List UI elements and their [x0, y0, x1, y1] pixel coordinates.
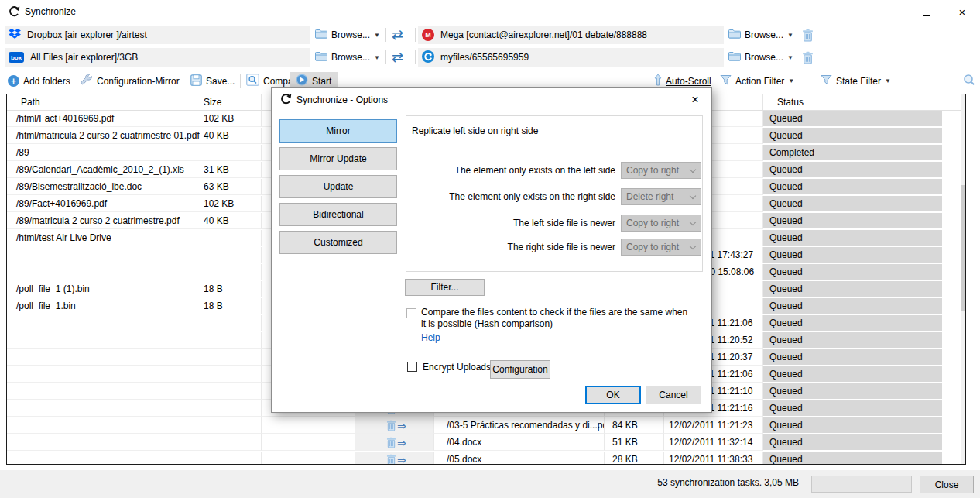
chevron-down-icon	[690, 243, 696, 249]
compare-icon	[246, 74, 259, 88]
table-row[interactable]: ⇒ /05.docx 28 KB 12/02/2011 11:38:33 Que…	[7, 452, 961, 465]
browse-right-button[interactable]: Browse... ▼	[728, 49, 793, 66]
mode-button-customized[interactable]: Customized	[279, 231, 397, 254]
divider	[385, 28, 386, 42]
scroll-down-button[interactable]	[961, 451, 966, 464]
size-cell	[200, 145, 262, 161]
path-cell	[7, 332, 200, 349]
filter-button[interactable]: Filter...	[405, 279, 485, 296]
right-source-field[interactable]: M Mega [contact@airexplorer.net]/01 deba…	[418, 26, 724, 44]
delete-right-action-icon: ⇒	[386, 420, 406, 431]
remove-pair-button[interactable]	[802, 51, 814, 67]
vertical-scrollbar[interactable]	[961, 94, 966, 464]
cancel-button[interactable]: Cancel	[646, 386, 701, 404]
left-source-path: All Files [air explorer]/3GB	[30, 52, 138, 63]
size-cell	[200, 264, 262, 280]
hash-compare-checkbox[interactable]	[406, 308, 416, 318]
table-row[interactable]: ⇒ /03-5 Prácticas recomendadas y di...pd…	[7, 417, 961, 434]
folder-icon	[728, 51, 741, 64]
path-cell	[7, 315, 200, 331]
minimize-button[interactable]	[873, 0, 909, 24]
action-filter-button[interactable]: Action Filter ▼	[720, 71, 794, 91]
right-newer-select[interactable]: Copy to right	[621, 239, 701, 256]
date-left-cell	[262, 434, 355, 451]
mode-button-bidirectional[interactable]: Bidirectional	[279, 203, 397, 226]
left-source-field[interactable]: Dropbox [air explorer ]/airtest	[5, 26, 310, 44]
path-cell: /poll_file_1.bin	[7, 298, 200, 314]
path-cell	[7, 366, 200, 383]
size-cell	[200, 417, 262, 434]
browse-right-button[interactable]: Browse... ▼	[728, 26, 793, 43]
close-button[interactable]: Close	[920, 476, 974, 493]
search-button[interactable]	[963, 71, 975, 91]
swap-direction-icon[interactable]: ⇄	[392, 48, 403, 67]
scrollbar-thumb[interactable]	[961, 185, 966, 311]
hash-compare-label: Compare the files content to check if th…	[421, 307, 694, 330]
sync-app-icon	[8, 5, 20, 18]
chevron-up-icon	[965, 99, 966, 103]
funnel-icon	[720, 74, 732, 88]
maximize-button[interactable]	[909, 0, 944, 24]
column-header-path[interactable]: Path	[7, 94, 200, 110]
path-cell: /html/Fact+4016969.pdf	[7, 111, 200, 127]
right-source-path: myfiles/65565695959	[440, 52, 529, 63]
scroll-up-button[interactable]	[961, 94, 966, 108]
divider	[797, 28, 797, 42]
dropbox-icon	[9, 29, 21, 42]
close-icon: ×	[691, 93, 698, 107]
option-label: The element only exists on the left side	[406, 162, 615, 179]
mode-button-update[interactable]: Update	[279, 175, 397, 198]
size-cell: 102 KB	[200, 196, 262, 212]
encrypt-uploads-checkbox[interactable]	[407, 362, 417, 372]
status-cell: Queued	[763, 452, 942, 465]
status-cell: Queued	[763, 111, 942, 127]
status-cell: Queued	[763, 162, 942, 178]
mode-button-mirror-update[interactable]: Mirror Update	[279, 147, 397, 170]
action-cell: ⇒	[355, 434, 434, 451]
close-window-button[interactable]: ×	[944, 0, 980, 24]
synchronize-options-dialog: Synchronize - Options × Mirror Mirror Up…	[271, 87, 712, 413]
size-cell	[200, 332, 262, 349]
option-label: The right side file is newer	[406, 239, 615, 256]
browse-left-button[interactable]: Browse... ▼	[315, 26, 380, 43]
cloud-service-icon	[422, 50, 434, 65]
chevron-down-icon	[690, 219, 696, 225]
status-cell: Queued	[763, 298, 942, 314]
right-source-field[interactable]: myfiles/65565695959	[418, 48, 724, 67]
dialog-title: Synchronize - Options	[296, 94, 388, 105]
mode-button-mirror[interactable]: Mirror	[279, 119, 397, 143]
state-filter-label: State Filter	[836, 76, 881, 87]
dialog-close-button[interactable]: ×	[687, 91, 704, 108]
left-newer-select[interactable]: Copy to right	[621, 215, 701, 232]
left-source-field[interactable]: box All Files [air explorer]/3GB	[5, 48, 310, 67]
help-link[interactable]: Help	[421, 332, 440, 343]
minimize-icon	[887, 12, 895, 12]
state-filter-button[interactable]: State Filter ▼	[821, 71, 891, 91]
configuration-mirror-button[interactable]: Configuration-Mirror	[81, 71, 180, 91]
path-cell: /89/Fact+4016969.pdf	[7, 196, 200, 212]
path-cell	[7, 264, 200, 280]
column-header-status[interactable]: Status	[763, 94, 942, 110]
status-cell: Queued	[763, 434, 942, 451]
divider	[797, 50, 797, 64]
auto-scroll-label: Auto-Scroll	[666, 76, 711, 87]
browse-label: Browse...	[745, 29, 783, 40]
add-folders-button[interactable]: + Add folders	[8, 71, 70, 91]
browse-left-button[interactable]: Browse... ▼	[315, 49, 380, 66]
task-summary: 53 synchronization tasks. 3,05 MB	[657, 477, 799, 488]
save-button[interactable]: Save...	[190, 71, 235, 91]
left-only-select[interactable]: Copy to right	[621, 162, 701, 179]
status-cell: Queued	[763, 179, 942, 195]
swap-direction-icon[interactable]: ⇄	[392, 26, 403, 44]
table-row[interactable]: ⇒ /04.docx 51 KB 12/02/2011 11:32:14 Que…	[7, 434, 961, 452]
chevron-down-icon	[965, 455, 966, 459]
right-only-select[interactable]: Delete right	[621, 188, 701, 205]
ok-button[interactable]: OK	[585, 386, 641, 404]
path-right-cell: /05.docx	[434, 452, 605, 465]
size-cell	[200, 315, 262, 331]
configuration-button[interactable]: Configuration	[490, 360, 550, 379]
remove-pair-button[interactable]	[802, 29, 814, 45]
column-header-size[interactable]: Size	[200, 94, 262, 110]
title-bar: Synchronize ×	[0, 0, 980, 24]
add-folders-label: Add folders	[23, 76, 70, 87]
